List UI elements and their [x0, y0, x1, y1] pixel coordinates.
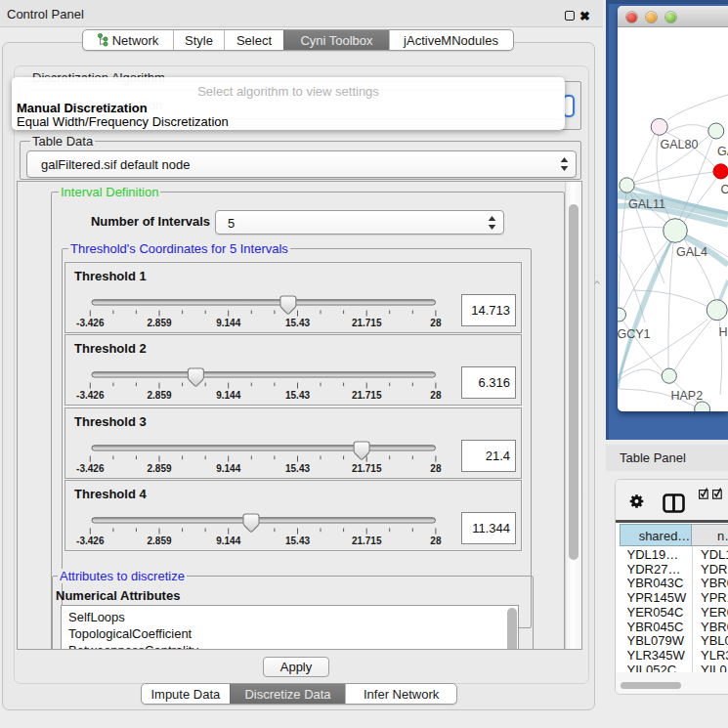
svg-text:2.859: 2.859	[147, 535, 171, 546]
svg-text:GAL11: GAL11	[628, 197, 665, 211]
svg-text:C: C	[721, 183, 728, 196]
svg-text:-3.426: -3.426	[76, 318, 105, 328]
svg-text:GAL80: GAL80	[661, 138, 699, 151]
svg-text:21.715: 21.715	[352, 535, 382, 546]
svg-text:GCY1: GCY1	[618, 327, 651, 341]
svg-text:28: 28	[430, 390, 442, 401]
svg-text:-3.426: -3.426	[76, 463, 105, 474]
svg-text:21.715: 21.715	[352, 463, 382, 474]
svg-text:9.144: 9.144	[216, 535, 240, 546]
svg-text:GAL4: GAL4	[676, 245, 707, 259]
svg-text:28: 28	[430, 535, 442, 546]
svg-text:HAP2: HAP2	[671, 389, 704, 403]
svg-text:15.43: 15.43	[285, 463, 310, 474]
svg-text:9.144: 9.144	[216, 463, 240, 474]
svg-text:9.144: 9.144	[216, 318, 240, 328]
svg-text:15.43: 15.43	[285, 390, 310, 401]
svg-text:21.715: 21.715	[352, 390, 382, 401]
svg-text:15.43: 15.43	[285, 318, 310, 328]
svg-text:-3.426: -3.426	[76, 535, 105, 546]
svg-text:28: 28	[430, 318, 442, 328]
svg-text:2.859: 2.859	[147, 390, 171, 401]
svg-text:GA: GA	[717, 145, 728, 158]
svg-text:28: 28	[430, 463, 442, 474]
svg-text:15.43: 15.43	[285, 535, 310, 546]
svg-text:H: H	[719, 325, 728, 339]
svg-text:-3.426: -3.426	[76, 390, 105, 401]
svg-text:2.859: 2.859	[147, 318, 171, 328]
svg-text:2.859: 2.859	[147, 463, 171, 474]
svg-text:9.144: 9.144	[216, 390, 240, 401]
svg-text:21.715: 21.715	[352, 318, 382, 328]
